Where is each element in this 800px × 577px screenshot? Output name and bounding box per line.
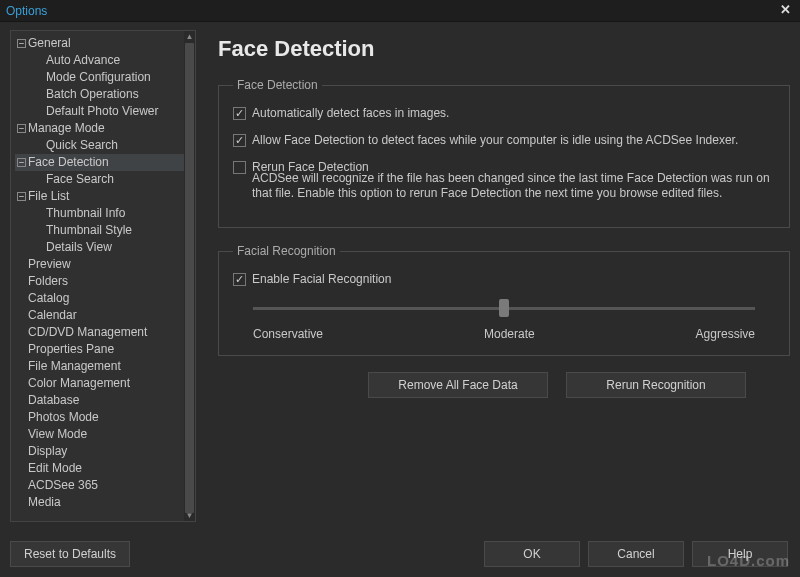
checkbox-description: ACDSee will recognize if the file has be… <box>252 171 775 201</box>
tree-item-label: Database <box>28 392 79 409</box>
tree-item[interactable]: Catalog <box>15 290 184 307</box>
slider-thumb[interactable] <box>499 299 509 317</box>
scroll-down-icon[interactable]: ▼ <box>184 510 195 521</box>
checkbox-label: Automatically detect faces in images. <box>252 106 449 121</box>
tree-item[interactable]: Properties Pane <box>15 341 184 358</box>
checkbox-rerun-detection[interactable] <box>233 161 246 174</box>
tree-item-label: Auto Advance <box>46 52 120 69</box>
tree-item[interactable]: Batch Operations <box>33 86 184 103</box>
tree-item-label: Quick Search <box>46 137 118 154</box>
tree-item-label: Color Management <box>28 375 130 392</box>
ok-button[interactable]: OK <box>484 541 580 567</box>
options-sidebar: −GeneralAuto AdvanceMode ConfigurationBa… <box>10 30 196 522</box>
tree-item[interactable]: Color Management <box>15 375 184 392</box>
checkbox-label: Allow Face Detection to detect faces whi… <box>252 133 738 148</box>
tree-item[interactable]: −Manage Mode <box>15 120 184 137</box>
slider-label-max: Aggressive <box>696 327 755 341</box>
page-title: Face Detection <box>218 36 790 62</box>
tree-item[interactable]: File Management <box>15 358 184 375</box>
slider-label-mid: Moderate <box>484 327 535 341</box>
scroll-up-icon[interactable]: ▲ <box>184 31 195 42</box>
tree-item-label: File List <box>28 188 69 205</box>
tree-item[interactable]: Edit Mode <box>15 460 184 477</box>
tree-item-label: Edit Mode <box>28 460 82 477</box>
tree-item-label: General <box>28 35 71 52</box>
collapse-icon[interactable]: − <box>17 158 26 167</box>
close-icon[interactable]: ✕ <box>776 2 794 20</box>
tree-item[interactable]: Folders <box>15 273 184 290</box>
tree-item-label: ACDSee 365 <box>28 477 98 494</box>
tree-item-label: Catalog <box>28 290 69 307</box>
tree-item[interactable]: −General <box>15 35 184 52</box>
tree-item[interactable]: Photos Mode <box>15 409 184 426</box>
tree-item-label: Preview <box>28 256 71 273</box>
scrollbar-vertical[interactable]: ▲ ▼ <box>184 31 195 521</box>
checkbox-label: Enable Facial Recognition <box>252 272 391 287</box>
tree-item[interactable]: Thumbnail Info <box>33 205 184 222</box>
tree-item[interactable]: Database <box>15 392 184 409</box>
tree-item-label: File Management <box>28 358 121 375</box>
reset-defaults-button[interactable]: Reset to Defaults <box>10 541 130 567</box>
tree-item-label: Media <box>28 494 61 511</box>
cancel-button[interactable]: Cancel <box>588 541 684 567</box>
tree-item-label: Manage Mode <box>28 120 105 137</box>
collapse-icon[interactable]: − <box>17 39 26 48</box>
tree-item-label: Thumbnail Info <box>46 205 125 222</box>
action-row: Remove All Face Data Rerun Recognition <box>368 372 790 398</box>
tree-item-label: Thumbnail Style <box>46 222 132 239</box>
collapse-icon[interactable]: − <box>17 124 26 133</box>
tree-item[interactable]: Media <box>15 494 184 511</box>
tree-item[interactable]: Mode Configuration <box>33 69 184 86</box>
group-legend: Face Detection <box>233 78 322 92</box>
tree-item-label: View Mode <box>28 426 87 443</box>
titlebar: Options ✕ <box>0 0 800 22</box>
tree-item-label: CD/DVD Management <box>28 324 147 341</box>
main-panel: Face Detection Face Detection Automatica… <box>218 30 790 531</box>
tree-item[interactable]: View Mode <box>15 426 184 443</box>
tree-item[interactable]: Quick Search <box>33 137 184 154</box>
group-legend: Facial Recognition <box>233 244 340 258</box>
rerun-recognition-button[interactable]: Rerun Recognition <box>566 372 746 398</box>
tree-item-label: Display <box>28 443 67 460</box>
window-title: Options <box>6 4 47 18</box>
remove-face-data-button[interactable]: Remove All Face Data <box>368 372 548 398</box>
tree-item[interactable]: ACDSee 365 <box>15 477 184 494</box>
tree-item-label: Default Photo Viewer <box>46 103 159 120</box>
tree-item[interactable]: CD/DVD Management <box>15 324 184 341</box>
tree-item-label: Face Detection <box>28 154 109 171</box>
group-face-detection: Face Detection Automatically detect face… <box>218 78 790 228</box>
help-button[interactable]: Help <box>692 541 788 567</box>
tree-item[interactable]: Auto Advance <box>33 52 184 69</box>
tree-item-label: Mode Configuration <box>46 69 151 86</box>
tree-item-label: Folders <box>28 273 68 290</box>
checkbox-enable-recognition[interactable] <box>233 273 246 286</box>
tree-item[interactable]: Calendar <box>15 307 184 324</box>
dialog-footer: Reset to Defaults OK Cancel Help <box>0 531 800 577</box>
tree-item[interactable]: Face Search <box>33 171 184 188</box>
collapse-icon[interactable]: − <box>17 192 26 201</box>
tree-item-label: Properties Pane <box>28 341 114 358</box>
options-tree[interactable]: −GeneralAuto AdvanceMode ConfigurationBa… <box>11 31 195 521</box>
tree-item[interactable]: Thumbnail Style <box>33 222 184 239</box>
tree-item-label: Face Search <box>46 171 114 188</box>
tree-item[interactable]: −File List <box>15 188 184 205</box>
dialog-body: −GeneralAuto AdvanceMode ConfigurationBa… <box>0 22 800 531</box>
tree-item[interactable]: Default Photo Viewer <box>33 103 184 120</box>
tree-item[interactable]: −Face Detection <box>15 154 184 171</box>
tree-item[interactable]: Preview <box>15 256 184 273</box>
slider-label-min: Conservative <box>253 327 323 341</box>
slider-labels: Conservative Moderate Aggressive <box>253 327 755 341</box>
tree-item[interactable]: Display <box>15 443 184 460</box>
scrollbar-thumb[interactable] <box>185 43 194 513</box>
options-window: Options ✕ −GeneralAuto AdvanceMode Confi… <box>0 0 800 577</box>
recognition-slider[interactable] <box>253 299 755 319</box>
tree-item[interactable]: Details View <box>33 239 184 256</box>
tree-item-label: Photos Mode <box>28 409 99 426</box>
group-facial-recognition: Facial Recognition Enable Facial Recogni… <box>218 244 790 356</box>
checkbox-auto-detect[interactable] <box>233 107 246 120</box>
checkbox-idle-detect[interactable] <box>233 134 246 147</box>
tree-item-label: Batch Operations <box>46 86 139 103</box>
tree-item-label: Calendar <box>28 307 77 324</box>
tree-item-label: Details View <box>46 239 112 256</box>
